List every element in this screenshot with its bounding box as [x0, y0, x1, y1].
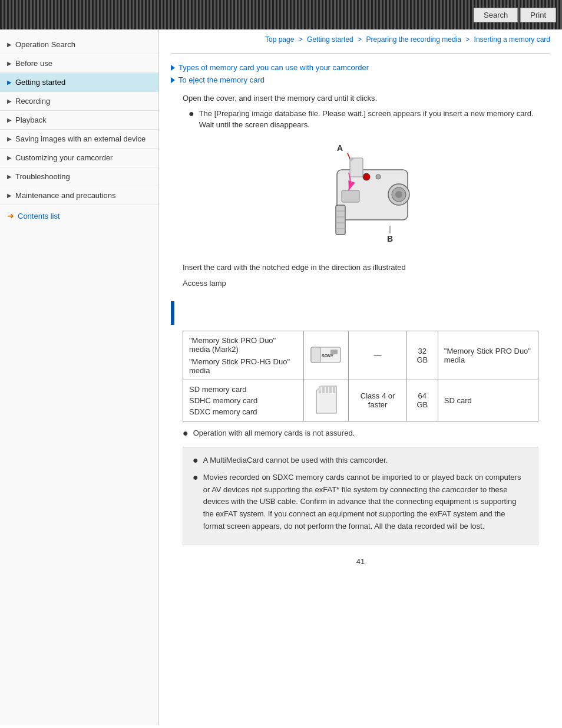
arrow-icon: ▶	[7, 117, 12, 123]
breadcrumb-top[interactable]: Top page	[265, 35, 294, 44]
gray-note-1: ● A MultiMediaCard cannot be used with t…	[193, 454, 528, 467]
content-area: Top page > Getting started > Preparing t…	[159, 29, 562, 725]
sidebar-item-before-use[interactable]: ▶ Before use	[0, 54, 158, 73]
arrow-icon: ▶	[7, 79, 12, 85]
svg-rect-14	[350, 158, 363, 177]
table-row: SD memory card SDHC memory card SDXC mem…	[183, 380, 538, 421]
gray-note-text-1: A MultiMediaCard cannot be used with thi…	[203, 454, 388, 467]
diagram-area: A	[183, 140, 538, 252]
section-heading	[171, 301, 550, 325]
table-cell-image	[304, 380, 349, 421]
arrow-icon: ▶	[7, 154, 12, 161]
table-cell-capacity: 32 GB	[406, 331, 438, 380]
insert-description-2: Access lamp	[183, 278, 538, 289]
svg-rect-5	[342, 190, 359, 202]
svg-rect-19	[311, 347, 320, 363]
breadcrumb-sep3: >	[465, 35, 470, 44]
insert-desc-text-2: Access lamp	[183, 279, 226, 288]
svg-rect-6	[336, 205, 345, 235]
table-cell-type: SD memory card SDHC memory card SDXC mem…	[183, 380, 304, 421]
sidebar-item-saving-images[interactable]: ▶ Saving images with an external device	[0, 130, 158, 149]
sidebar-item-operation-search[interactable]: ▶ Operation Search	[0, 35, 158, 54]
sidebar-item-playback[interactable]: ▶ Playback	[0, 111, 158, 130]
svg-text:SONY: SONY	[322, 354, 333, 358]
svg-rect-23	[322, 386, 325, 393]
svg-rect-24	[326, 386, 328, 393]
breadcrumb-sep1: >	[299, 35, 303, 44]
sidebar-item-label: Playback	[15, 116, 47, 124]
table-cell-capacity: 64 GB	[406, 380, 438, 421]
sidebar-item-recording[interactable]: ▶ Recording	[0, 92, 158, 111]
table-cell-notes: "Memory Stick PRO Duo" media	[438, 331, 538, 380]
table-cell-speed: —	[349, 331, 407, 380]
sidebar-item-label: Getting started	[15, 78, 65, 87]
svg-rect-25	[329, 386, 332, 393]
sd-card-icon	[314, 385, 339, 414]
arrow-icon: ▶	[7, 192, 12, 199]
main-instruction: Open the cover, and insert the memory ca…	[183, 93, 550, 104]
divider	[171, 53, 550, 54]
memory-type-1a: "Memory Stick PRO Duo" media (Mark2)	[189, 336, 297, 354]
svg-point-12	[376, 174, 381, 179]
svg-point-4	[395, 191, 402, 198]
contents-list-label: Contents list	[18, 212, 60, 220]
sidebar: ▶ Operation Search ▶ Before use ▶ Gettin…	[0, 29, 159, 725]
diagram-svg: A	[296, 140, 425, 252]
section-link-eject[interactable]: To eject the memory card	[171, 75, 550, 84]
arrow-icon: ▶	[7, 173, 12, 180]
memory-type-1b: "Memory Stick PRO-HG Duo" media	[189, 357, 297, 375]
page-num-text: 41	[356, 557, 365, 566]
sidebar-item-label: Before use	[15, 59, 52, 68]
section-link-label: Types of memory card you can use with yo…	[178, 63, 369, 72]
gray-note-2: ● Movies recorded on SDXC memory cards c…	[193, 472, 528, 533]
sidebar-item-label: Recording	[15, 97, 50, 106]
sd-type-3: SDXC memory card	[189, 407, 297, 416]
sidebar-item-label: Operation Search	[15, 40, 75, 49]
memory-table: "Memory Stick PRO Duo" media (Mark2) "Me…	[183, 331, 538, 421]
search-button[interactable]: Search	[474, 8, 518, 22]
bullet-dot: ●	[189, 108, 194, 119]
sd-type-1: SD memory card	[189, 385, 297, 394]
breadcrumb-preparing[interactable]: Preparing the recording media	[366, 35, 461, 44]
note-text-1: Operation with all memory cards is not a…	[193, 427, 355, 439]
main-layout: ▶ Operation Search ▶ Before use ▶ Gettin…	[0, 29, 562, 725]
table-cell-notes: SD card	[438, 380, 538, 421]
note-dot: ●	[183, 427, 189, 439]
svg-rect-21	[330, 350, 338, 354]
table-row: "Memory Stick PRO Duo" media (Mark2) "Me…	[183, 331, 538, 380]
arrow-icon: ▶	[7, 41, 12, 48]
header: Search Print	[0, 0, 562, 29]
arrow-icon: ▶	[7, 136, 12, 142]
breadcrumb-getting-started[interactable]: Getting started	[307, 35, 353, 44]
contents-list-link[interactable]: ➜ Contents list	[0, 205, 158, 226]
gb-dot: ●	[193, 454, 199, 466]
sidebar-item-troubleshooting[interactable]: ▶ Troubleshooting	[0, 167, 158, 186]
section-link-types[interactable]: Types of memory card you can use with yo…	[171, 63, 550, 72]
breadcrumb-inserting[interactable]: Inserting a memory card	[474, 35, 550, 44]
gray-notes-box: ● A MultiMediaCard cannot be used with t…	[183, 447, 538, 545]
sd-type-2: SDHC memory card	[189, 396, 297, 405]
arrow-icon: ▶	[7, 98, 12, 104]
svg-point-11	[363, 173, 370, 180]
table-cell-speed: Class 4 or faster	[349, 380, 407, 421]
arrow-icon: ▶	[7, 60, 12, 67]
triangle-icon	[171, 77, 175, 83]
memory-stick-icon: SONY	[310, 342, 342, 366]
bullet-item-1: ● The [Preparing image database file. Pl…	[189, 108, 550, 131]
label-a: A	[337, 143, 343, 153]
print-button[interactable]: Print	[520, 8, 556, 22]
section-link-label: To eject the memory card	[178, 75, 265, 84]
sidebar-item-customizing[interactable]: ▶ Customizing your camcorder	[0, 149, 158, 167]
sidebar-item-maintenance[interactable]: ▶ Maintenance and precautions	[0, 186, 158, 205]
sidebar-item-label: Troubleshooting	[15, 172, 70, 181]
blue-bar-icon	[171, 301, 174, 325]
insert-desc-text-1: Insert the card with the notched edge in…	[183, 263, 406, 272]
bullet-text: The [Preparing image database file. Plea…	[199, 108, 550, 131]
sidebar-item-label: Customizing your camcorder	[15, 153, 113, 162]
gray-note-text-2: Movies recorded on SDXC memory cards can…	[203, 472, 528, 533]
breadcrumb-sep2: >	[358, 35, 362, 44]
label-b: B	[387, 234, 393, 243]
sidebar-item-getting-started[interactable]: ▶ Getting started	[0, 73, 158, 92]
svg-rect-26	[333, 386, 335, 393]
breadcrumb: Top page > Getting started > Preparing t…	[171, 35, 550, 44]
